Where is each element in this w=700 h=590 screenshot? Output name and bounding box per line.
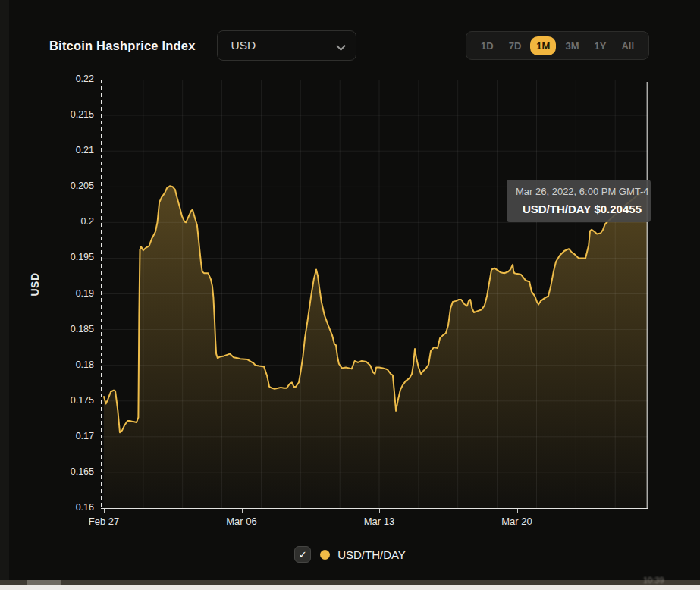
y-axis-tick-label: 0.18 <box>0 359 94 370</box>
y-axis-tick-label: 0.22 <box>0 74 94 84</box>
chart-legend: ✓ USD/TH/DAY <box>0 546 700 563</box>
blurred-timestamp-text: 10:39 <box>643 576 664 585</box>
y-axis-tick-label: 0.2 <box>0 216 94 227</box>
hashprice-chart: USD 0.220.2150.210.2050.20.1950.190.1850… <box>0 0 700 590</box>
x-axis-tick-label: Mar 20 <box>483 516 551 527</box>
tooltip-timestamp: Mar 26, 2022, 6:00 PM GMT-4 <box>516 186 642 197</box>
area-fill <box>104 186 647 508</box>
horizontal-scrollbar[interactable] <box>0 580 700 585</box>
y-axis-tick-label: 0.21 <box>0 145 94 155</box>
scrollbar-thumb[interactable] <box>27 580 61 585</box>
y-axis-tick-label: 0.19 <box>0 288 94 299</box>
chart-tooltip: Mar 26, 2022, 6:00 PM GMT-4 USD/TH/DAY $… <box>507 180 651 222</box>
plot-area[interactable] <box>101 80 648 508</box>
y-axis-tick-label: 0.215 <box>0 109 94 120</box>
y-axis-tick-label: 0.175 <box>0 395 94 406</box>
series-dot-icon <box>516 206 516 212</box>
legend-series-dot-icon <box>320 550 330 560</box>
x-axis-tick-label: Mar 06 <box>208 516 276 527</box>
y-axis-tick-label: 0.165 <box>0 466 94 477</box>
x-axis-tick-label: Feb 27 <box>70 516 138 527</box>
x-axis-tick-label: Mar 13 <box>345 516 413 527</box>
page-bottom-strip <box>0 585 700 590</box>
y-axis-tick-label: 0.16 <box>0 502 94 513</box>
x-axis-line <box>101 508 648 509</box>
tooltip-value: USD/TH/DAY $0.20455 <box>523 202 642 215</box>
legend-checkbox[interactable]: ✓ <box>294 546 311 563</box>
legend-label[interactable]: USD/TH/DAY <box>337 548 406 561</box>
y-axis-tick-label: 0.205 <box>0 180 94 191</box>
y-axis-tick-label: 0.17 <box>0 431 94 441</box>
y-axis-tick-label: 0.195 <box>0 252 94 262</box>
y-axis-tick-label: 0.185 <box>0 324 94 334</box>
check-icon: ✓ <box>299 549 307 560</box>
